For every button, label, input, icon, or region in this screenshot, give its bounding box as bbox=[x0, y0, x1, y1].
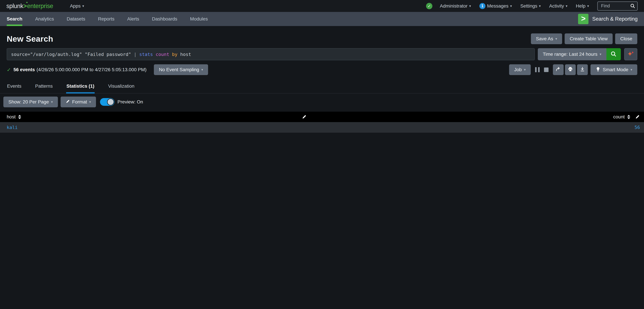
tab-patterns[interactable]: Patterns bbox=[35, 81, 53, 93]
chevron-down-icon: ▾ bbox=[469, 4, 471, 8]
spl-query-input[interactable]: source="/var/log/auth.log" "Failed passw… bbox=[7, 48, 535, 60]
apps-menu[interactable]: Apps ▾ bbox=[70, 3, 84, 9]
run-search-button[interactable] bbox=[606, 48, 621, 60]
host-column-format-brush-icon[interactable] bbox=[302, 114, 307, 119]
main-content: New Search Save As ▾ Create Table View C… bbox=[0, 34, 644, 133]
logo-splunk-text: splunk bbox=[6, 3, 23, 10]
query-segment: host bbox=[180, 52, 191, 57]
printer-icon bbox=[568, 66, 573, 73]
query-segment: by bbox=[172, 52, 180, 57]
settings-menu-label: Settings bbox=[520, 3, 537, 9]
tab-statistics[interactable]: Statistics (1) bbox=[66, 81, 95, 93]
query-segment: stats bbox=[139, 52, 156, 57]
search-bar: source="/var/log/auth.log" "Failed passw… bbox=[0, 48, 644, 60]
current-app-badge[interactable]: > Search & Reporting bbox=[578, 14, 638, 24]
column-header-host[interactable]: host bbox=[0, 114, 310, 120]
search-complete-check-icon: ✓ bbox=[7, 67, 11, 73]
tab-visualization[interactable]: Visualization bbox=[108, 81, 135, 93]
brush-icon bbox=[66, 99, 70, 105]
activity-menu-label: Activity bbox=[549, 3, 564, 9]
stop-job-icon[interactable] bbox=[544, 68, 548, 72]
logo-chevron-icon: > bbox=[23, 3, 27, 10]
help-menu[interactable]: Help ▾ bbox=[576, 3, 589, 9]
count-column-format-brush-icon[interactable] bbox=[635, 114, 640, 119]
chevron-down-icon: ▾ bbox=[566, 4, 568, 8]
app-navbar: Search Analytics Datasets Reports Alerts… bbox=[0, 12, 644, 26]
chevron-down-icon: ▾ bbox=[600, 52, 602, 56]
count-cell: 56 bbox=[310, 125, 644, 130]
print-button[interactable] bbox=[565, 64, 576, 75]
job-menu-button[interactable]: Job ▾ bbox=[509, 64, 531, 75]
title-actions: Save As ▾ Create Table View Close bbox=[531, 34, 637, 44]
nav-item-modules[interactable]: Modules bbox=[190, 12, 208, 26]
count-column-label: count bbox=[613, 114, 625, 120]
nav-item-alerts[interactable]: Alerts bbox=[127, 12, 139, 26]
chevron-down-icon: ▾ bbox=[587, 4, 589, 8]
download-icon bbox=[580, 66, 585, 73]
nav-item-reports[interactable]: Reports bbox=[98, 12, 114, 26]
count-value-link[interactable]: 56 bbox=[634, 125, 640, 130]
time-range-picker[interactable]: Time range: Last 24 hours ▾ bbox=[538, 48, 606, 60]
settings-menu[interactable]: Settings ▾ bbox=[520, 3, 541, 9]
column-header-count[interactable]: count bbox=[310, 114, 644, 120]
time-range-label: Time range: Last 24 hours bbox=[543, 52, 598, 57]
event-count: 56 events bbox=[14, 67, 35, 72]
create-table-view-button[interactable]: Create Table View bbox=[565, 34, 612, 44]
search-icon[interactable] bbox=[630, 3, 636, 10]
event-time-range: (4/26/26 5:00:00.000 PM to 4/27/26 5:05:… bbox=[36, 67, 146, 72]
nav-item-dashboards[interactable]: Dashboards bbox=[152, 12, 177, 26]
save-as-button[interactable]: Save As ▾ bbox=[531, 34, 562, 44]
export-button[interactable] bbox=[577, 64, 588, 75]
share-icon bbox=[556, 66, 561, 73]
preview-toggle[interactable] bbox=[100, 98, 114, 106]
messages-menu[interactable]: 1 Messages ▾ bbox=[480, 3, 512, 9]
chevron-down-icon: ▾ bbox=[556, 37, 557, 41]
host-cell: kali bbox=[0, 125, 310, 130]
chevron-down-icon: ▾ bbox=[51, 100, 53, 104]
search-reporting-app-icon: > bbox=[578, 14, 588, 24]
event-sampling-label: No Event Sampling bbox=[159, 67, 199, 72]
table-row: kali 56 bbox=[0, 122, 644, 133]
format-button[interactable]: Format ▾ bbox=[60, 97, 96, 107]
nav-item-analytics[interactable]: Analytics bbox=[35, 12, 54, 26]
event-sampling-button[interactable]: No Event Sampling ▾ bbox=[154, 64, 208, 75]
results-tabs: Events Patterns Statistics (1) Visualiza… bbox=[0, 81, 644, 94]
host-column-label: host bbox=[7, 114, 16, 120]
query-segment: | bbox=[134, 52, 140, 57]
pause-job-icon[interactable] bbox=[535, 67, 540, 72]
chevron-down-icon: ▾ bbox=[630, 68, 632, 72]
page-header: New Search Save As ▾ Create Table View C… bbox=[0, 34, 644, 44]
toggle-knob bbox=[107, 98, 114, 106]
share-job-button[interactable] bbox=[553, 64, 564, 75]
topbar: splunk > enterprise Apps ▾ ✓ Administrat… bbox=[0, 0, 644, 12]
splunk-enterprise-logo[interactable]: splunk > enterprise bbox=[6, 3, 53, 10]
current-app-title: Search & Reporting bbox=[592, 16, 638, 22]
user-menu[interactable]: Administrator ▾ bbox=[440, 3, 471, 9]
tab-events[interactable]: Events bbox=[7, 81, 22, 93]
logo-product-text: enterprise bbox=[27, 3, 53, 10]
host-value-link[interactable]: kali bbox=[7, 125, 18, 130]
nav-item-datasets[interactable]: Datasets bbox=[66, 12, 85, 26]
table-header-row: host count bbox=[0, 112, 644, 122]
sort-icon[interactable] bbox=[18, 115, 21, 119]
pagination-size-button[interactable]: Show: 20 Per Page ▾ bbox=[3, 97, 58, 107]
app-nav-items: Search Analytics Datasets Reports Alerts… bbox=[7, 12, 208, 26]
search-mode-button[interactable]: Smart Mode ▾ bbox=[590, 64, 637, 75]
sort-icon[interactable] bbox=[627, 115, 630, 119]
sparkle-icon bbox=[627, 50, 634, 58]
close-label: Close bbox=[620, 36, 632, 42]
chevron-down-icon: ▾ bbox=[201, 68, 203, 72]
close-button[interactable]: Close bbox=[615, 34, 637, 44]
nav-item-search[interactable]: Search bbox=[7, 12, 22, 26]
chevron-down-icon: ▾ bbox=[510, 4, 512, 8]
chevron-down-icon: ▾ bbox=[539, 4, 541, 8]
activity-menu[interactable]: Activity ▾ bbox=[549, 3, 568, 9]
lightbulb-icon bbox=[596, 67, 600, 73]
format-label: Format bbox=[72, 99, 87, 105]
help-menu-label: Help bbox=[576, 3, 586, 9]
search-mode-label: Smart Mode bbox=[603, 67, 628, 72]
ai-assistant-button[interactable] bbox=[624, 48, 637, 60]
health-status-icon[interactable]: ✓ bbox=[426, 3, 432, 9]
messages-menu-label: Messages bbox=[487, 3, 508, 9]
messages-count-badge: 1 bbox=[480, 3, 486, 9]
